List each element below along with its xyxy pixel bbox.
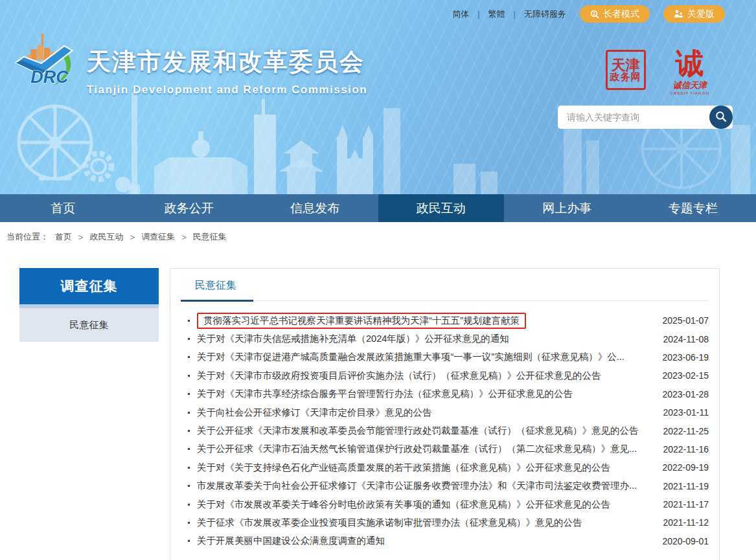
breadcrumb-survey-collection[interactable]: 调查征集 xyxy=(141,231,175,243)
news-list: 贯彻落实习近平总书记视察天津重要讲话精神我为天津“十五五”规划建言献策 2025… xyxy=(181,301,709,550)
elder-mode-button[interactable]: 长者模式 xyxy=(580,5,650,23)
bullet-icon xyxy=(188,393,190,395)
list-item-date: 2022-11-25 xyxy=(652,426,709,436)
topbar-divider: | xyxy=(477,9,479,19)
list-item[interactable]: 关于对《天津市促进港产城高质量融合发展政策措施重大事项“一事一议”实施细则（征求… xyxy=(181,348,709,366)
breadcrumb-separator: > xyxy=(181,232,187,242)
list-item[interactable]: 关于对《天津市共享经济综合服务平台管理暂行办法（征求意见稿）》公开征求意见的公告… xyxy=(181,385,709,403)
list-item-title-wrap: 关于对《关于支持绿色石化产业链高质量发展的若干政策措施（征求意见稿）》公开征求意… xyxy=(197,462,610,474)
bullet-icon xyxy=(188,320,190,322)
topbar: 简体 | 繁體 | 无障碍服务 长者模式 关爱版 xyxy=(0,0,756,23)
lang-simplified-link[interactable]: 简体 xyxy=(452,8,469,20)
tab-public-opinion[interactable]: 民意征集 xyxy=(181,270,251,300)
search-box xyxy=(558,106,733,129)
list-item-link[interactable]: 关于对《市发展改革委关于峰谷分时电价政策有关事项的通知（征求意见稿）》公开征求意… xyxy=(197,498,610,511)
breadcrumb-prefix: 当前位置： xyxy=(6,231,49,243)
list-item[interactable]: 关于征求《市发展改革委企业投资项目实施承诺制审批管理办法（征求意见稿）》意见的公… xyxy=(181,513,709,532)
care-version-label: 关爱版 xyxy=(687,8,715,20)
list-item-link[interactable]: 关于对《天津市失信惩戒措施补充清单（2024年版）》公开征求意见的通知 xyxy=(197,333,509,345)
search-button[interactable] xyxy=(709,106,733,129)
list-item[interactable]: 关于公开征求《天津市发展和改革委员会节能管理行政处罚裁量基准（试行）（征求意见稿… xyxy=(181,421,709,440)
list-item[interactable]: 关于对《市发展改革委关于峰谷分时电价政策有关事项的通知（征求意见稿）》公开征求意… xyxy=(181,495,709,513)
list-item-title-wrap: 关于对《市发展改革委关于峰谷分时电价政策有关事项的通知（征求意见稿）》公开征求意… xyxy=(197,498,610,511)
bullet-icon xyxy=(188,448,190,450)
nav-item-public-interaction[interactable]: 政民互动 xyxy=(378,194,505,222)
sidebar-title: 调查征集 xyxy=(19,268,159,304)
list-item-title-wrap: 关于对《天津市共享经济综合服务平台管理暂行办法（征求意见稿）》公开征求意见的公告 xyxy=(197,388,573,400)
main-nav: 首页 政务公开 信息发布 政民互动 网上办事 专题专栏 xyxy=(0,194,756,222)
list-item-link[interactable]: 关于向社会公开征求修订《天津市定价目录》意见的公告 xyxy=(197,407,432,419)
header-right: 天津 政务网 诚 诚信天津 CREDIT TIANJIN xyxy=(558,32,733,129)
bullet-icon xyxy=(188,338,190,340)
breadcrumb-home[interactable]: 首页 xyxy=(55,231,72,243)
content-area: 调查征集 民意征集 民意征集 贯彻落实习近平总书记视察天津重要讲话精神我为天津“… xyxy=(0,267,756,560)
list-item-date: 2025-01-07 xyxy=(652,315,709,326)
nav-item-gov-affairs[interactable]: 政务公开 xyxy=(126,194,253,222)
list-item[interactable]: 贯彻落实习近平总书记视察天津重要讲话精神我为天津“十五五”规划建言献策 2025… xyxy=(181,311,709,330)
list-item[interactable]: 关于对《天津市市级政府投资项目后评价实施办法（试行）（征求意见稿）》公开征求意见… xyxy=(181,366,709,385)
search-icon xyxy=(715,111,727,124)
nav-item-online-services[interactable]: 网上办事 xyxy=(504,194,630,222)
list-item-date: 2023-02-15 xyxy=(652,370,709,381)
list-item-title-wrap: 关于向社会公开征求修订《天津市定价目录》意见的公告 xyxy=(197,407,432,419)
bullet-icon xyxy=(188,522,190,524)
nav-item-home[interactable]: 首页 xyxy=(0,194,126,222)
bullet-icon xyxy=(188,356,190,358)
list-item-link[interactable]: 关于对《天津市共享经济综合服务平台管理暂行办法（征求意见稿）》公开征求意见的公告 xyxy=(197,388,573,400)
list-item[interactable]: 关于对《关于支持绿色石化产业链高质量发展的若干政策措施（征求意见稿）》公开征求意… xyxy=(181,458,709,476)
list-item[interactable]: 关于开展美丽中国建设公众满意度调查的通知 2020-09-01 xyxy=(181,532,709,550)
list-item-title-wrap: 市发展改革委关于向社会公开征求修订《天津市公证服务收费管理办法》和《天津市司法鉴… xyxy=(197,480,637,492)
care-people-icon xyxy=(674,10,683,18)
lang-traditional-link[interactable]: 繁體 xyxy=(488,8,505,20)
nav-item-special-topics[interactable]: 专题专栏 xyxy=(630,194,756,222)
bullet-icon xyxy=(188,504,190,506)
nav-item-info-release[interactable]: 信息发布 xyxy=(252,194,378,222)
main-panel: 民意征集 贯彻落实习近平总书记视察天津重要讲话精神我为天津“十五五”规划建言献策… xyxy=(170,268,720,560)
list-item-link[interactable]: 贯彻落实习近平总书记视察天津重要讲话精神我为天津“十五五”规划建言献策 xyxy=(203,315,520,327)
drc-logo[interactable]: DRC xyxy=(10,32,78,99)
seal-line1: 天津 xyxy=(612,58,640,73)
list-item-link[interactable]: 关于对《天津市促进港产城高质量融合发展政策措施重大事项“一事一议”实施细则（征求… xyxy=(197,351,624,363)
credit-tianjin-seal[interactable]: 诚 诚信天津 CREDIT TIANJIN xyxy=(670,50,709,95)
sidebar-item-public-opinion[interactable]: 民意征集 xyxy=(19,308,159,342)
site-title: 天津市发展和改革委员会 xyxy=(87,46,367,78)
list-item[interactable]: 关于对《天津市失信惩戒措施补充清单（2024年版）》公开征求意见的通知 2024… xyxy=(181,330,709,348)
breadcrumb: 当前位置： 首页 > 政民互动 > 调查征集 > 民意征集 xyxy=(0,222,756,251)
care-version-button[interactable]: 关爱版 xyxy=(663,5,725,23)
list-item-title-wrap: 关于征求《市发展改革委企业投资项目实施承诺制审批管理办法（征求意见稿）》意见的公… xyxy=(197,517,582,529)
seal-caption-cn: 诚信天津 xyxy=(673,80,707,91)
list-item-date: 2021-11-17 xyxy=(652,499,709,510)
list-item[interactable]: 市发展改革委关于向社会公开征求修订《天津市公证服务收费管理办法》和《天津市司法鉴… xyxy=(181,477,709,495)
bullet-icon xyxy=(188,375,190,377)
list-item[interactable]: 关于公开征求《天津市石油天然气长输管道保护行政处罚裁量基准（试行）（第二次征求意… xyxy=(181,440,709,458)
sidebar: 调查征集 民意征集 xyxy=(19,268,159,342)
bullet-icon xyxy=(188,430,190,432)
list-item-link[interactable]: 市发展改革委关于向社会公开征求修订《天津市公证服务收费管理办法》和《天津市司法鉴… xyxy=(197,480,637,492)
list-item-link[interactable]: 关于开展美丽中国建设公众满意度调查的通知 xyxy=(197,535,385,547)
topbar-divider: | xyxy=(514,9,516,19)
accessibility-link[interactable]: 无障碍服务 xyxy=(524,8,566,20)
list-item-date: 2021-11-12 xyxy=(652,517,709,528)
breadcrumb-public-opinion[interactable]: 民意征集 xyxy=(193,231,227,243)
list-item-link[interactable]: 关于对《关于支持绿色石化产业链高质量发展的若干政策措施（征求意见稿）》公开征求意… xyxy=(197,462,610,474)
bullet-icon xyxy=(188,485,190,487)
seal-char: 诚 xyxy=(676,50,704,78)
list-item-link[interactable]: 关于公开征求《天津市石油天然气长输管道保护行政处罚裁量基准（试行）（第二次征求意… xyxy=(197,443,637,455)
list-item-title-wrap: 关于对《天津市促进港产城高质量融合发展政策措施重大事项“一事一议”实施细则（征求… xyxy=(197,351,624,363)
list-item-date: 2021-11-19 xyxy=(652,481,709,491)
list-item-date: 2020-09-01 xyxy=(652,536,709,546)
list-item-link[interactable]: 关于对《天津市市级政府投资项目后评价实施办法（试行）（征求意见稿）》公开征求意见… xyxy=(197,370,601,382)
list-item-link[interactable]: 关于公开征求《天津市发展和改革委员会节能管理行政处罚裁量基准（试行）（征求意见稿… xyxy=(197,425,639,437)
list-item-date: 2022-09-19 xyxy=(652,462,709,473)
bullet-icon xyxy=(188,412,190,414)
svg-text:DRC: DRC xyxy=(30,67,69,87)
list-item-link[interactable]: 关于征求《市发展改革委企业投资项目实施承诺制审批管理办法（征求意见稿）》意见的公… xyxy=(197,517,582,529)
list-item-date: 2023-06-19 xyxy=(652,352,709,363)
list-item-title-wrap: 关于开展美丽中国建设公众满意度调查的通知 xyxy=(197,535,385,547)
breadcrumb-separator: > xyxy=(130,232,135,242)
list-item[interactable]: 关于向社会公开征求修订《天津市定价目录》意见的公告 2023-01-11 xyxy=(181,403,709,421)
search-input[interactable] xyxy=(558,106,733,129)
breadcrumb-public-interaction[interactable]: 政民互动 xyxy=(90,231,124,243)
tianjin-gov-seal[interactable]: 天津 政务网 xyxy=(606,50,646,90)
list-item-date: 2022-11-16 xyxy=(652,444,709,454)
